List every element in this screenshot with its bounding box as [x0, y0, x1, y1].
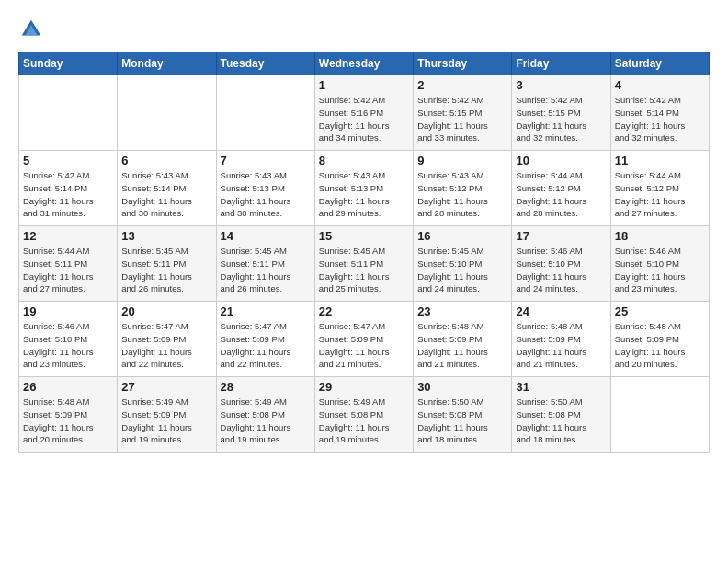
cell-day-number: 20 — [121, 304, 211, 318]
calendar-cell: 28Sunrise: 5:49 AM Sunset: 5:08 PM Dayli… — [216, 377, 314, 453]
cell-info: Sunrise: 5:44 AM Sunset: 5:11 PM Dayligh… — [23, 245, 113, 295]
weekday-header-tuesday: Tuesday — [216, 52, 314, 75]
cell-day-number: 30 — [417, 380, 507, 394]
cell-day-number: 21 — [221, 304, 311, 318]
calendar-cell: 15Sunrise: 5:45 AM Sunset: 5:11 PM Dayli… — [314, 226, 413, 302]
cell-info: Sunrise: 5:48 AM Sunset: 5:09 PM Dayligh… — [615, 320, 705, 371]
calendar-header: SundayMondayTuesdayWednesdayThursdayFrid… — [19, 52, 710, 75]
calendar-body: 1Sunrise: 5:42 AM Sunset: 5:16 PM Daylig… — [19, 75, 710, 453]
cell-day-number: 22 — [319, 304, 409, 318]
cell-day-number: 28 — [221, 380, 311, 394]
cell-info: Sunrise: 5:48 AM Sunset: 5:09 PM Dayligh… — [417, 320, 507, 371]
calendar-cell — [216, 75, 314, 151]
cell-day-number: 27 — [121, 380, 211, 394]
calendar-week-1: 1Sunrise: 5:42 AM Sunset: 5:16 PM Daylig… — [19, 75, 710, 151]
cell-day-number: 19 — [23, 304, 113, 318]
calendar-week-5: 26Sunrise: 5:48 AM Sunset: 5:09 PM Dayli… — [19, 377, 710, 453]
cell-day-number: 14 — [221, 229, 311, 243]
calendar-cell — [19, 75, 118, 151]
calendar-cell: 31Sunrise: 5:50 AM Sunset: 5:08 PM Dayli… — [512, 377, 610, 453]
cell-info: Sunrise: 5:47 AM Sunset: 5:09 PM Dayligh… — [319, 320, 409, 371]
weekday-header-friday: Friday — [512, 52, 610, 75]
cell-info: Sunrise: 5:42 AM Sunset: 5:15 PM Dayligh… — [417, 94, 507, 144]
calendar-cell: 25Sunrise: 5:48 AM Sunset: 5:09 PM Dayli… — [610, 302, 709, 377]
cell-day-number: 26 — [23, 380, 113, 394]
calendar-cell: 16Sunrise: 5:45 AM Sunset: 5:10 PM Dayli… — [414, 226, 512, 302]
cell-day-number: 16 — [417, 229, 507, 243]
cell-day-number: 13 — [121, 229, 211, 243]
weekday-row: SundayMondayTuesdayWednesdayThursdayFrid… — [19, 52, 710, 75]
cell-day-number: 2 — [417, 78, 507, 92]
cell-day-number: 5 — [23, 154, 113, 167]
cell-info: Sunrise: 5:49 AM Sunset: 5:08 PM Dayligh… — [221, 396, 311, 446]
logo — [18, 17, 48, 42]
cell-day-number: 12 — [23, 229, 113, 243]
calendar-cell: 11Sunrise: 5:44 AM Sunset: 5:12 PM Dayli… — [610, 151, 709, 226]
cell-info: Sunrise: 5:46 AM Sunset: 5:10 PM Dayligh… — [516, 245, 606, 295]
calendar-week-3: 12Sunrise: 5:44 AM Sunset: 5:11 PM Dayli… — [19, 226, 710, 302]
calendar-cell: 3Sunrise: 5:42 AM Sunset: 5:15 PM Daylig… — [512, 75, 610, 151]
cell-info: Sunrise: 5:45 AM Sunset: 5:11 PM Dayligh… — [221, 245, 311, 295]
calendar-cell: 27Sunrise: 5:49 AM Sunset: 5:09 PM Dayli… — [118, 377, 216, 453]
calendar-cell: 7Sunrise: 5:43 AM Sunset: 5:13 PM Daylig… — [216, 151, 314, 226]
calendar-cell: 19Sunrise: 5:46 AM Sunset: 5:10 PM Dayli… — [19, 302, 118, 377]
cell-info: Sunrise: 5:46 AM Sunset: 5:10 PM Dayligh… — [615, 245, 705, 295]
calendar: SundayMondayTuesdayWednesdayThursdayFrid… — [18, 52, 710, 453]
calendar-cell: 24Sunrise: 5:48 AM Sunset: 5:09 PM Dayli… — [512, 302, 610, 377]
cell-info: Sunrise: 5:42 AM Sunset: 5:14 PM Dayligh… — [23, 169, 113, 220]
header — [18, 17, 710, 42]
cell-day-number: 9 — [417, 154, 507, 167]
cell-info: Sunrise: 5:49 AM Sunset: 5:08 PM Dayligh… — [319, 396, 409, 446]
cell-info: Sunrise: 5:48 AM Sunset: 5:09 PM Dayligh… — [516, 320, 606, 371]
cell-info: Sunrise: 5:42 AM Sunset: 5:14 PM Dayligh… — [615, 94, 705, 144]
weekday-header-thursday: Thursday — [414, 52, 512, 75]
cell-info: Sunrise: 5:47 AM Sunset: 5:09 PM Dayligh… — [221, 320, 311, 371]
calendar-cell: 2Sunrise: 5:42 AM Sunset: 5:15 PM Daylig… — [414, 75, 512, 151]
cell-info: Sunrise: 5:44 AM Sunset: 5:12 PM Dayligh… — [615, 169, 705, 220]
cell-day-number: 29 — [319, 380, 409, 394]
calendar-cell: 18Sunrise: 5:46 AM Sunset: 5:10 PM Dayli… — [610, 226, 709, 302]
cell-info: Sunrise: 5:45 AM Sunset: 5:11 PM Dayligh… — [319, 245, 409, 295]
cell-info: Sunrise: 5:49 AM Sunset: 5:09 PM Dayligh… — [121, 396, 211, 446]
cell-day-number: 11 — [615, 154, 705, 167]
cell-day-number: 8 — [319, 154, 409, 167]
logo-icon — [18, 17, 44, 42]
cell-info: Sunrise: 5:42 AM Sunset: 5:16 PM Dayligh… — [319, 94, 409, 144]
cell-info: Sunrise: 5:43 AM Sunset: 5:13 PM Dayligh… — [221, 169, 311, 220]
calendar-week-2: 5Sunrise: 5:42 AM Sunset: 5:14 PM Daylig… — [19, 151, 710, 226]
calendar-cell: 4Sunrise: 5:42 AM Sunset: 5:14 PM Daylig… — [610, 75, 709, 151]
calendar-cell: 26Sunrise: 5:48 AM Sunset: 5:09 PM Dayli… — [19, 377, 118, 453]
cell-info: Sunrise: 5:50 AM Sunset: 5:08 PM Dayligh… — [516, 396, 606, 446]
calendar-cell: 17Sunrise: 5:46 AM Sunset: 5:10 PM Dayli… — [512, 226, 610, 302]
calendar-cell: 9Sunrise: 5:43 AM Sunset: 5:12 PM Daylig… — [414, 151, 512, 226]
cell-info: Sunrise: 5:46 AM Sunset: 5:10 PM Dayligh… — [23, 320, 113, 371]
cell-day-number: 7 — [221, 154, 311, 167]
calendar-cell: 13Sunrise: 5:45 AM Sunset: 5:11 PM Dayli… — [118, 226, 216, 302]
calendar-cell: 23Sunrise: 5:48 AM Sunset: 5:09 PM Dayli… — [414, 302, 512, 377]
cell-day-number: 1 — [319, 78, 409, 92]
calendar-cell: 5Sunrise: 5:42 AM Sunset: 5:14 PM Daylig… — [19, 151, 118, 226]
calendar-cell: 1Sunrise: 5:42 AM Sunset: 5:16 PM Daylig… — [314, 75, 413, 151]
cell-day-number: 24 — [516, 304, 606, 318]
calendar-cell: 12Sunrise: 5:44 AM Sunset: 5:11 PM Dayli… — [19, 226, 118, 302]
weekday-header-saturday: Saturday — [610, 52, 709, 75]
weekday-header-wednesday: Wednesday — [314, 52, 413, 75]
cell-info: Sunrise: 5:42 AM Sunset: 5:15 PM Dayligh… — [516, 94, 606, 144]
cell-info: Sunrise: 5:48 AM Sunset: 5:09 PM Dayligh… — [23, 396, 113, 446]
calendar-cell: 22Sunrise: 5:47 AM Sunset: 5:09 PM Dayli… — [314, 302, 413, 377]
cell-info: Sunrise: 5:50 AM Sunset: 5:08 PM Dayligh… — [417, 396, 507, 446]
calendar-cell — [610, 377, 709, 453]
calendar-cell: 10Sunrise: 5:44 AM Sunset: 5:12 PM Dayli… — [512, 151, 610, 226]
calendar-cell: 8Sunrise: 5:43 AM Sunset: 5:13 PM Daylig… — [314, 151, 413, 226]
calendar-week-4: 19Sunrise: 5:46 AM Sunset: 5:10 PM Dayli… — [19, 302, 710, 377]
cell-day-number: 15 — [319, 229, 409, 243]
cell-info: Sunrise: 5:47 AM Sunset: 5:09 PM Dayligh… — [121, 320, 211, 371]
calendar-cell: 14Sunrise: 5:45 AM Sunset: 5:11 PM Dayli… — [216, 226, 314, 302]
cell-info: Sunrise: 5:43 AM Sunset: 5:14 PM Dayligh… — [121, 169, 211, 220]
cell-day-number: 3 — [516, 78, 606, 92]
calendar-cell: 30Sunrise: 5:50 AM Sunset: 5:08 PM Dayli… — [414, 377, 512, 453]
cell-day-number: 25 — [615, 304, 705, 318]
cell-info: Sunrise: 5:43 AM Sunset: 5:13 PM Dayligh… — [319, 169, 409, 220]
calendar-cell — [118, 75, 216, 151]
cell-day-number: 18 — [615, 229, 705, 243]
